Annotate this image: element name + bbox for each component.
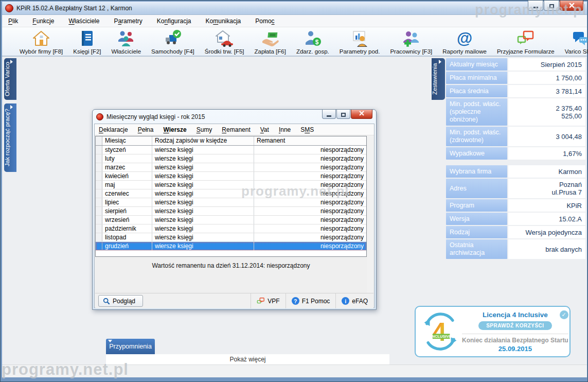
people-icon [117,29,135,48]
person-dollar-icon: $ [304,29,322,48]
table-row-maj[interactable]: majwiersze księginiesporządzony [96,181,366,189]
inner-close-button[interactable] [351,110,372,119]
vpf-button[interactable]: VPF [251,293,285,308]
menu-item-inne[interactable]: Inne [279,126,291,133]
toolbar-button-wybór-firmy-f8[interactable]: Wybór firmy [F8] [14,29,68,55]
table-row-czerwiec[interactable]: czerwiecwiersze księginiesporządzony [96,189,366,198]
menu-item-funkcje[interactable]: Funkcje [32,18,54,25]
toolbar-button-właściciele[interactable]: Właściciele [106,29,147,55]
table-row-kwiecień[interactable]: kwiecieńwiersze księginiesporządzony [96,172,366,181]
summary-value: 2 375,40 525,00 [508,98,585,126]
sms-bubbles-icon [571,29,588,48]
column-header-remanent[interactable]: Remanent [254,136,366,145]
menu-item-właściciele[interactable]: Właściciele [68,18,99,25]
summary-value: 3 004,48 [508,127,585,146]
table-cell: niesporządzony [254,242,366,250]
table-row-październik[interactable]: październikwiersze księginiesporządzony [96,224,366,233]
table-row-wrzesień[interactable]: wrzesieńwiersze księginiesporządzony [96,216,366,224]
inner-maximize-button[interactable] [336,110,350,119]
help-button[interactable]: ? F1 Pomoc [286,293,336,308]
row-gutter [96,233,102,241]
summary-label: Wypadkowe [446,147,507,160]
menu-item-komunikacja[interactable]: Komunikacja [206,18,241,25]
summary-row-wypadkowe: Wypadkowe1,67% [446,147,585,160]
toolbar-button-samochody-f4[interactable]: Samochody [F4] [146,29,200,55]
menu-item-pomoc[interactable]: Pomoc [255,18,274,25]
toolbar-button-zapłata-f6[interactable]: Zapłata [F6] [250,29,291,55]
minimize-button[interactable] [528,1,543,11]
summary-value: brak danych [508,239,585,259]
inner-minimize-button[interactable] [322,110,336,119]
toolbar-button-label: Samochody [F4] [151,48,194,55]
table-row-marzec[interactable]: marzecwiersze księginiesporządzony [96,163,366,172]
toolbar-button-środki-trw-f5[interactable]: Środki trw. [F5] [200,29,250,55]
home-icon [32,29,50,48]
table-cell: wrzesień [102,216,152,224]
table-cell: październik [102,224,152,233]
tab-zestawienia[interactable]: Zestawienia [432,58,445,100]
column-header-rodzaj-zapisów-w-księdze[interactable]: Rodzaj zapisów w księdze [152,136,254,145]
title-bar[interactable]: KPiR 15.02.A Bezpłatny Start 12 , Karmon [2,2,587,15]
table-cell: wiersze księgi [152,172,254,180]
summary-value: 3 781,14 [508,85,585,97]
menu-item-sumy[interactable]: Sumy [197,126,212,133]
arrow-right-icon [10,60,13,64]
table-row-listopad[interactable]: listopadwiersze księginiesporządzony [96,233,366,242]
client-area: Oferta Varico Jak rozpocząć pracę? Zesta… [2,57,587,364]
menu-item-parametry[interactable]: Parametry [114,18,142,25]
maximize-button[interactable] [544,1,559,11]
toolbar-button-przyjazne-formularze[interactable]: Przyjazne Formularze [492,29,560,55]
tab-oferta-varico[interactable]: Oferta Varico [4,58,16,100]
summary-row-płaca-minimalna: Płaca minimalna1 750,00 [446,72,585,84]
toolbar-button-parametry-pod[interactable]: Parametry pod. [334,29,385,55]
table-cell: wiersze księgi [152,154,254,163]
table-row-sierpień[interactable]: sierpieńwiersze księginiesporządzony [96,207,366,216]
summary-value: Wersja pojedyncza [508,226,585,238]
table-cell: wiersze księgi [152,189,254,198]
table-row-styczeń[interactable]: styczeńwiersze księginiesporządzony [96,146,366,154]
summary-value: Sierpień 2015 [508,58,585,71]
menu-item-wiersze[interactable]: Wiersze [163,126,186,133]
summary-label: Płaca minimalna [446,72,507,84]
menu-item-pełna[interactable]: Pełna [138,126,154,133]
summary-row-płaca-średnia: Płaca średnia3 781,14 [446,85,585,97]
menu-item-remanent[interactable]: Remanent [222,126,250,133]
window-controls [527,1,583,11]
menu-item-plik[interactable]: Plik [8,18,18,25]
tab-label: Oferta Varico [4,62,10,96]
app-window: KPiR 15.02.A Bezpłatny Start 12 , Karmon… [0,0,588,382]
summary-row-wersja: Wersja15.02.A [446,213,585,225]
column-header-miesiąc[interactable]: Miesiąc [102,136,152,145]
close-button[interactable] [560,1,583,11]
tab-przypomnienia[interactable]: Przypomnienia [106,339,155,354]
arrow-down-icon [108,340,112,342]
toolbar-button-księgi-f2[interactable]: Księgi [F2] [68,29,106,55]
table-cell: czerwiec [102,189,152,198]
toolbar-button-label: Właściciele [112,48,141,55]
menu-item-deklaracje[interactable]: Deklaracje [99,126,128,133]
row-gutter [96,163,102,171]
arrow-right-icon [10,105,13,109]
menu-item-konfiguracja[interactable]: Konfiguracja [157,18,191,25]
table-row-luty[interactable]: lutywiersze księginiesporządzony [96,154,366,163]
check-benefits-button[interactable]: SPRAWDŹ KORZYŚCI [478,321,551,330]
toolbar-button-zdarz-gosp[interactable]: $Zdarz. gosp. [291,29,334,55]
toolbar-button-pracownicy-f3[interactable]: Pracownicy [F3] [385,29,437,55]
inner-window-controls [322,110,372,119]
at-sign-icon: @ [455,29,474,48]
table-row-grudzień[interactable]: grudzieńwiersze księginiesporządzony [96,242,366,251]
efaq-button[interactable]: i eFAQ [335,293,373,308]
preview-button[interactable]: Podgląd [98,295,143,307]
magnifier-icon [103,298,110,305]
tab-jak-rozpoczac-prace[interactable]: Jak rozpocząć pracę? [4,103,16,172]
menu-item-sms[interactable]: SMS [300,126,314,133]
truck-check-icon [164,29,182,48]
table-row-lipiec[interactable]: lipiecwiersze księginiesporządzony [96,198,366,207]
show-more-bar[interactable]: Pokaż więcej [106,354,389,364]
toolbar-button-varico-sms[interactable]: Varico SMS [560,29,588,55]
minimize-icon [327,115,331,117]
summary-value: Karmon [508,165,585,178]
menu-item-vat[interactable]: Vat [260,126,269,133]
toolbar-button-raporty-mailowe[interactable]: @Raporty mailowe [437,29,492,55]
book-icon [78,29,96,48]
